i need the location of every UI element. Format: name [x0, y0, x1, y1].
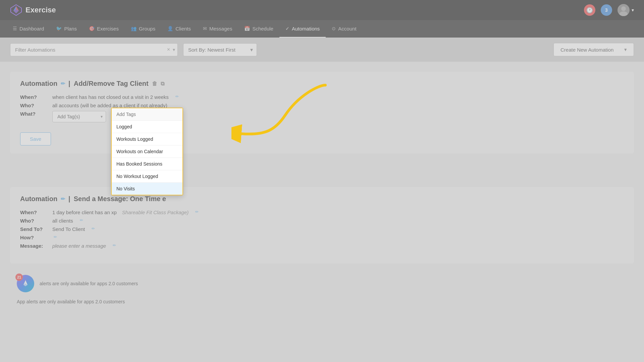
notification-count: 3 [605, 7, 608, 13]
dashboard-icon: ☰ [13, 26, 17, 31]
automation-2-edit-icon[interactable]: ✏ [61, 196, 65, 202]
automation-2-fields: When? 1 day before client has an xp Shar… [20, 209, 624, 249]
sort-select[interactable]: Sort By: Newest First Sort By: Oldest Fi… [183, 43, 257, 56]
automation-1-title-prefix: Automation [20, 80, 57, 87]
automation-1-name: Add/Remove Tag Client [74, 80, 149, 87]
avatar-area[interactable]: ▾ [618, 4, 634, 16]
alert-text-2: App alerts are only available for apps 2… [17, 299, 125, 304]
app-name: Exercise [25, 6, 56, 14]
automation-1-separator: | [68, 80, 70, 87]
automation-2-message-row: Message: please enter a message ✏ [20, 243, 624, 249]
automation-2-who-row: Who? all clients ✏ [20, 218, 624, 224]
nav-label-exercises: Exercises [97, 26, 119, 32]
filter-actions: × ▾ [167, 47, 175, 53]
when-value-2b: Shareable Fit Class Package) [122, 209, 189, 215]
when-edit-icon[interactable]: ✏ [175, 94, 179, 99]
when-edit-icon-2[interactable]: ✏ [195, 209, 199, 214]
message-edit-icon[interactable]: ✏ [113, 243, 116, 248]
timer-icon[interactable]: 🕐 [584, 4, 595, 16]
nav-label-plans: Plans [64, 26, 77, 32]
nav-bar: ☰ Dashboard 🐦 Plans 🎯 Exercises 👥 Groups… [0, 20, 644, 38]
what-row: Add Tag(s) ▾ Logged Workouts Logged Work… [52, 111, 106, 122]
exercises-icon: 🎯 [89, 26, 95, 31]
timer-symbol: 🕐 [586, 7, 593, 13]
filter-clear-icon[interactable]: × [167, 47, 170, 53]
nav-item-automations[interactable]: ✓ Automations [279, 20, 326, 38]
sort-wrap: Sort By: Newest First Sort By: Oldest Fi… [183, 43, 257, 56]
create-new-automation-button[interactable]: Create New Automation ▾ [553, 43, 634, 56]
automation-1-copy-icon[interactable]: ⧉ [161, 81, 164, 87]
groups-icon: 👥 [131, 26, 137, 31]
save-label: Save [30, 136, 41, 142]
main-content: Automation ✏ | Add/Remove Tag Client 🗑 ⧉… [0, 62, 644, 318]
logo-icon [10, 4, 22, 16]
sendto-edit-icon[interactable]: ✏ [92, 226, 95, 231]
nav-label-groups: Groups [139, 26, 155, 32]
alert-count-badge: 21 [15, 274, 23, 281]
save-button[interactable]: Save [20, 132, 51, 145]
filter-caret-icon[interactable]: ▾ [173, 47, 175, 52]
automation-2-title: Automation ✏ | Send a Message: One Time … [20, 195, 624, 203]
nav-item-account[interactable]: ⊙ Account [326, 20, 362, 38]
alert-badge-wrap: 21 [17, 275, 34, 292]
tag-option-no-visits[interactable]: No Visits [112, 183, 182, 195]
nav-label-account: Account [338, 26, 356, 32]
who-edit-icon-2[interactable]: ✏ [80, 218, 83, 223]
nav-item-exercises[interactable]: 🎯 Exercises [83, 20, 125, 38]
how-label: How? [20, 235, 47, 240]
tag-option-workouts-logged[interactable]: Workouts Logged [112, 133, 182, 145]
automation-card-1: Automation ✏ | Add/Remove Tag Client 🗑 ⧉… [10, 72, 634, 154]
when-label-2: When? [20, 209, 47, 215]
clients-icon: 👤 [167, 26, 173, 31]
tag-option-no-workout[interactable]: No Workout Logged [112, 170, 182, 183]
automation-1-title: Automation ✏ | Add/Remove Tag Client 🗑 ⧉ [20, 80, 624, 87]
tag-select[interactable]: Add Tag(s) [52, 111, 106, 122]
sendto-label: Send To? [20, 226, 47, 232]
automations-icon: ✓ [285, 26, 289, 31]
nav-label-automations: Automations [292, 26, 320, 32]
notification-badge[interactable]: 3 [601, 4, 612, 16]
message-value: please enter a message [52, 243, 106, 249]
logo-area: Exercise [10, 4, 56, 16]
tag-search-input[interactable] [112, 108, 182, 121]
when-value: when client has has not closed out a vis… [52, 94, 169, 100]
plans-icon: 🐦 [56, 26, 62, 31]
toolbar: × ▾ Sort By: Newest First Sort By: Oldes… [0, 38, 644, 62]
nav-item-messages[interactable]: ✉ Messages [197, 20, 238, 38]
nav-label-clients: Clients [175, 26, 191, 32]
account-icon: ⊙ [332, 26, 336, 31]
svg-point-5 [620, 11, 628, 16]
filter-input[interactable] [10, 43, 178, 56]
nav-label-schedule: Schedule [252, 26, 273, 32]
automation-card-2: Automation ✏ | Send a Message: One Time … [10, 187, 634, 263]
top-right-actions: 🕐 3 ▾ [584, 4, 634, 16]
svg-point-4 [621, 6, 626, 11]
sendto-value: Send To Client [52, 226, 85, 232]
automation-2-name: Send a Message: One Time e [74, 195, 166, 203]
nav-item-dashboard[interactable]: ☰ Dashboard [7, 20, 50, 38]
avatar-chevron-icon: ▾ [632, 7, 634, 13]
avatar [618, 4, 630, 16]
automation-1-fields: When? when client has has not closed out… [20, 94, 624, 122]
filter-input-wrap: × ▾ [10, 43, 178, 56]
automation-1-trash-icon[interactable]: 🗑 [152, 81, 157, 87]
nav-item-groups[interactable]: 👥 Groups [125, 20, 161, 38]
automation-2-when-row: When? 1 day before client has an xp Shar… [20, 209, 624, 215]
alert-footer-2: App alerts are only available for apps 2… [10, 296, 634, 308]
what-label: What? [20, 111, 47, 117]
automation-2-separator: | [68, 195, 70, 203]
tag-option-has-booked[interactable]: Has Booked Sessions [112, 158, 182, 170]
nav-label-messages: Messages [209, 26, 232, 32]
nav-item-schedule[interactable]: 📅 Schedule [238, 20, 279, 38]
automation-1-edit-icon[interactable]: ✏ [61, 80, 65, 87]
tag-dropdown-list: Logged Workouts Logged Workouts on Calen… [112, 121, 182, 195]
nav-item-plans[interactable]: 🐦 Plans [50, 20, 83, 38]
tag-option-workouts-calendar[interactable]: Workouts on Calendar [112, 145, 182, 158]
how-edit-icon[interactable]: ✏ [54, 235, 57, 239]
alert-text-1: alerts are only available for apps 2.0 c… [40, 281, 138, 286]
nav-label-dashboard: Dashboard [19, 26, 44, 32]
nav-item-clients[interactable]: 👤 Clients [161, 20, 197, 38]
automation-2-how-row: How? ✏ [20, 235, 624, 240]
tag-option-logged[interactable]: Logged [112, 121, 182, 133]
automation-1-who-row: Who? all accounts (will be added as a cl… [20, 103, 624, 108]
